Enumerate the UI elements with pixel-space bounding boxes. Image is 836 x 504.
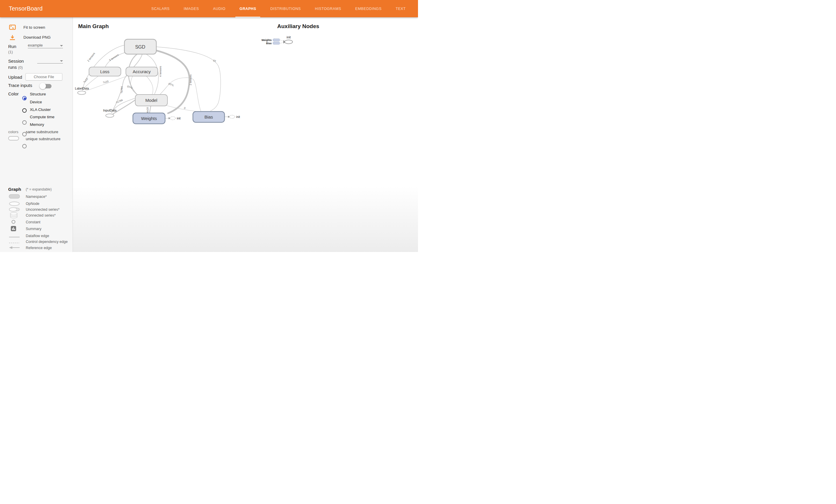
tab-distributions[interactable]: DISTRIBUTIONS bbox=[263, 0, 308, 17]
node-labeldata-ellipse[interactable] bbox=[78, 91, 86, 95]
auxiliary-nodes-title: Auxiliary Nodes bbox=[277, 23, 319, 30]
edge-label: ?x10 bbox=[127, 85, 133, 90]
session-runs-select[interactable] bbox=[37, 58, 63, 63]
auxiliary-nodes-group: Weights Bias init bbox=[261, 35, 292, 45]
node-init-bias-ellipse[interactable] bbox=[229, 115, 235, 118]
node-weights-label: Weights bbox=[141, 116, 157, 121]
edge-label: 10 bbox=[213, 59, 216, 63]
edge-label: ?x784 bbox=[120, 86, 123, 94]
aux-weights-label: Weights bbox=[261, 39, 272, 42]
node-sgd-label: SGD bbox=[135, 44, 146, 50]
aux-init-label: init bbox=[287, 35, 291, 39]
tab-text[interactable]: TEXT bbox=[389, 0, 413, 17]
edge bbox=[146, 76, 153, 95]
aux-weights-proxy[interactable] bbox=[273, 39, 280, 41]
namespace-icon bbox=[8, 194, 20, 200]
radio-structure-label[interactable]: Structure bbox=[30, 92, 46, 96]
node-init-bias-label: init bbox=[236, 115, 240, 118]
fit-to-screen-icon[interactable] bbox=[9, 24, 16, 31]
constant-icon bbox=[11, 219, 16, 225]
tab-graphs[interactable]: GRAPHS bbox=[232, 0, 263, 17]
edge-label: 4 tensors bbox=[159, 66, 162, 77]
radio-compute-time-label[interactable]: Compute time bbox=[30, 115, 54, 119]
sidebar: Fit to screen Download PNG Run (1) examp… bbox=[0, 17, 73, 252]
edge-label: 2 tensors bbox=[189, 74, 192, 85]
app-logo: TensorBoard bbox=[9, 5, 43, 12]
node-loss-label: Loss bbox=[100, 69, 110, 74]
unique-substructure-swatch bbox=[8, 136, 19, 140]
connected-series-icon bbox=[10, 212, 18, 220]
choose-file-button[interactable]: Choose File bbox=[25, 73, 62, 80]
node-labeldata-label: LabelData bbox=[75, 86, 89, 90]
node-bias-label: Bias bbox=[204, 114, 213, 119]
legend-control-dependency-edge-label: Control dependency edge bbox=[26, 240, 68, 244]
tab-histograms[interactable]: HISTOGRAMS bbox=[308, 0, 348, 17]
session-runs-label-line1: Session bbox=[8, 59, 24, 63]
edge bbox=[131, 76, 137, 95]
legend-opnode-label: OpNode bbox=[26, 202, 39, 206]
radio-memory[interactable] bbox=[22, 144, 27, 149]
run-label: Run bbox=[8, 44, 16, 49]
summary-icon bbox=[11, 226, 16, 233]
legend-constant-label: Constant bbox=[26, 220, 40, 224]
edge-label: 5 tensors bbox=[109, 53, 119, 62]
chevron-down-icon bbox=[60, 45, 63, 46]
download-png-button[interactable]: Download PNG bbox=[23, 35, 51, 39]
download-icon[interactable] bbox=[10, 35, 16, 42]
graph-legend-note: (* = expandable) bbox=[26, 187, 52, 191]
edge-label: ?x10 bbox=[168, 82, 174, 87]
legend-namespace-label: Namespace* bbox=[26, 195, 47, 199]
session-runs-label-line2: runs (0) bbox=[8, 65, 23, 70]
aux-edge bbox=[281, 42, 284, 43]
toggle-knob bbox=[39, 83, 46, 89]
radio-device[interactable] bbox=[22, 108, 27, 113]
legend-unconnected-series-label: Unconnected series* bbox=[26, 208, 59, 212]
graph-svg: 2 tensors 5 tensors 4 tensors 2 tensors … bbox=[73, 17, 418, 252]
node-model-label: Model bbox=[146, 98, 157, 103]
nav-tabs: SCALARS IMAGES AUDIO GRAPHS DISTRIBUTION… bbox=[144, 0, 413, 17]
radio-xla-cluster[interactable] bbox=[22, 120, 27, 125]
node-init-weights-label: init bbox=[177, 117, 180, 120]
trace-inputs-label: Trace inputs bbox=[8, 83, 32, 88]
opnode-icon bbox=[8, 201, 20, 207]
same-substructure-label: same substructure bbox=[26, 130, 58, 134]
tab-images[interactable]: IMAGES bbox=[177, 0, 206, 17]
run-select-value: example bbox=[28, 43, 43, 47]
node-init-weights-ellipse[interactable] bbox=[170, 117, 176, 120]
node-inputdata-label: InputData bbox=[103, 109, 116, 112]
trace-inputs-toggle[interactable] bbox=[40, 84, 52, 89]
aux-init-ellipse[interactable] bbox=[285, 40, 293, 44]
legend-dataflow-edge-label: Dataflow edge bbox=[26, 234, 49, 238]
radio-structure[interactable] bbox=[22, 96, 27, 100]
radio-memory-label[interactable]: Memory bbox=[30, 122, 44, 127]
unique-substructure-label: unique substructure bbox=[26, 137, 61, 141]
legend-summary-label: Summary bbox=[26, 227, 41, 231]
graph-canvas: Main Graph Auxiliary Nodes bbox=[73, 17, 418, 252]
reference-edge-icon bbox=[8, 246, 20, 251]
color-label: Color bbox=[8, 91, 19, 96]
edge-label: 0 bbox=[184, 106, 186, 110]
run-count: (1) bbox=[8, 50, 13, 54]
edge-label: 2 tensors bbox=[87, 52, 96, 62]
tab-embeddings[interactable]: EMBEDDINGS bbox=[348, 0, 389, 17]
upload-label: Upload bbox=[8, 75, 22, 80]
tab-audio[interactable]: AUDIO bbox=[206, 0, 233, 17]
aux-bias-label: Bias bbox=[266, 42, 272, 45]
aux-edge bbox=[281, 40, 284, 41]
top-nav: TensorBoard SCALARS IMAGES AUDIO GRAPHS … bbox=[0, 0, 418, 17]
node-inputdata-ellipse[interactable] bbox=[106, 114, 114, 117]
legend-connected-series-label: Connected series* bbox=[26, 213, 56, 217]
run-select[interactable]: example bbox=[28, 42, 63, 48]
aux-bias-proxy[interactable] bbox=[273, 42, 280, 44]
fit-to-screen-button[interactable]: Fit to screen bbox=[23, 25, 45, 30]
tab-scalars[interactable]: SCALARS bbox=[144, 0, 177, 17]
graph-legend-title: Graph bbox=[8, 187, 21, 192]
dataflow-edge-icon bbox=[8, 234, 20, 240]
edge bbox=[150, 106, 151, 113]
legend-reference-edge-label: Reference edge bbox=[26, 246, 52, 250]
chevron-down-icon bbox=[60, 60, 63, 62]
radio-xla-cluster-label[interactable]: XLA Cluster bbox=[30, 108, 51, 112]
colors-label: colors bbox=[8, 130, 18, 134]
radio-device-label[interactable]: Device bbox=[30, 100, 42, 104]
node-accuracy-label: Accuracy bbox=[133, 69, 151, 74]
